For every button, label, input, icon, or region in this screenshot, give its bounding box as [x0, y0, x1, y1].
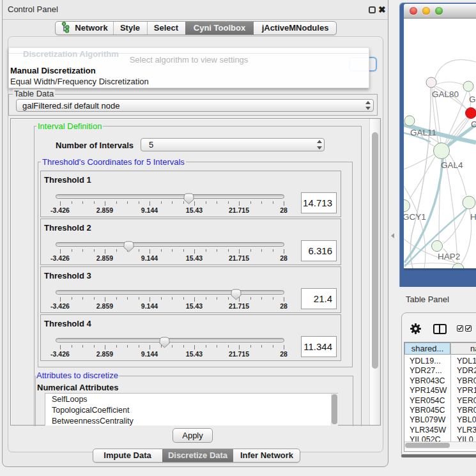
svg-text:HAP2: HAP2	[438, 252, 460, 261]
svg-text:GCY1: GCY1	[404, 212, 426, 222]
svg-text:GAL80: GAL80	[432, 89, 459, 99]
svg-text:C: C	[471, 119, 476, 129]
svg-text:GAL11: GAL11	[410, 128, 436, 137]
svg-text:H: H	[470, 212, 476, 222]
svg-text:G.: G.	[469, 95, 476, 104]
svg-text:GAL4: GAL4	[441, 160, 463, 170]
